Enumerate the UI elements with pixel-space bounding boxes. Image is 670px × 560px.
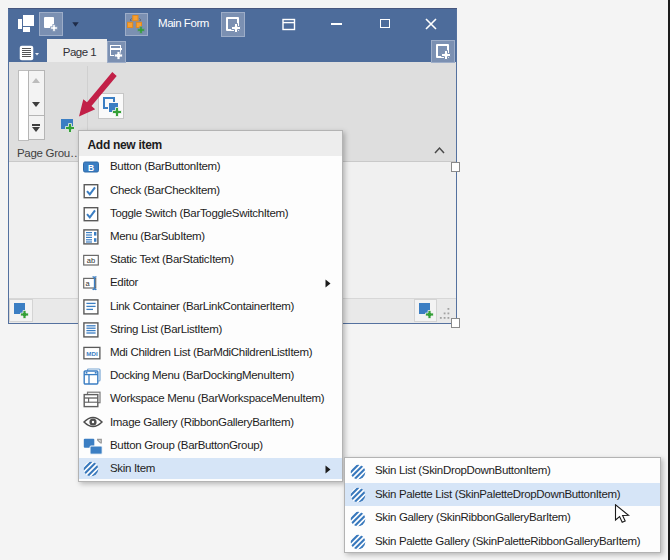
- svg-text:ab: ab: [87, 256, 95, 265]
- svg-text:B: B: [88, 163, 94, 173]
- svg-text:MDI: MDI: [86, 350, 98, 357]
